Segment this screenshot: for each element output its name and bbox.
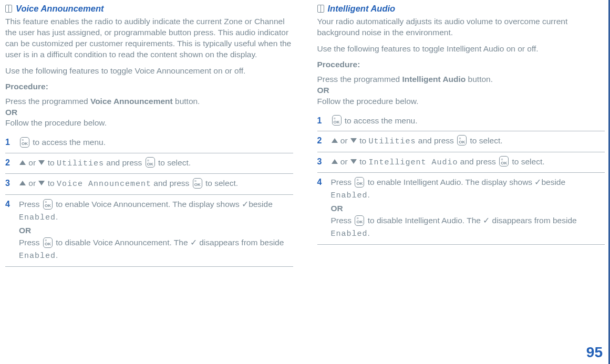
- text: .: [56, 251, 58, 259]
- step-number: 4: [317, 176, 331, 240]
- text: to access the menu.: [30, 138, 106, 147]
- procedure-label: Procedure:: [317, 60, 605, 69]
- text: and press: [151, 179, 192, 188]
- step-number: 1: [317, 115, 331, 127]
- int-audio-desc-1: Your radio automatically adjusts its aud…: [317, 16, 605, 38]
- text: to access the menu.: [343, 116, 418, 125]
- text: and press: [416, 136, 456, 145]
- text: beside: [541, 178, 565, 186]
- ok-button-icon: ≡OK: [332, 115, 342, 126]
- heading-text: Intelligent Audio: [328, 4, 396, 13]
- or-label: OR: [19, 224, 293, 237]
- menu-item: Enabled: [19, 213, 56, 222]
- menu-item: Intelligent Audio: [368, 158, 458, 167]
- text: Follow the procedure below.: [5, 118, 107, 127]
- step-row: 1 ≡OK to access the menu.: [317, 111, 605, 131]
- or-label: OR: [5, 107, 293, 118]
- text: to select.: [156, 158, 191, 167]
- text: to disable Voice Announcement. The: [54, 238, 190, 247]
- step-row: 2 or to Utilities and press ≡OK to selec…: [5, 153, 293, 174]
- text: to enable Voice Announcement. The displa…: [54, 200, 242, 209]
- menu-item: Utilities: [368, 137, 416, 146]
- text: and press: [458, 157, 498, 166]
- text: or: [338, 157, 350, 166]
- page-number: 95: [586, 344, 603, 361]
- step-row: 3 or to Voice Announcement and press ≡OK…: [5, 174, 293, 195]
- book-icon: [5, 5, 12, 13]
- text: and press: [104, 158, 144, 167]
- text: to: [357, 157, 369, 166]
- text: Follow the procedure below.: [317, 97, 419, 106]
- check-icon: ✓: [242, 200, 249, 209]
- step-row: 4 Press ≡OK to enable Voice Announcement…: [5, 195, 293, 266]
- text: to: [357, 136, 369, 145]
- voice-ann-desc-1: This feature enables the radio to audibl…: [5, 16, 293, 60]
- text: button.: [466, 75, 493, 84]
- text: or: [26, 158, 38, 167]
- step-number: 1: [5, 136, 19, 149]
- arrow-up-icon: [19, 160, 26, 165]
- ok-button-icon: ≡OK: [146, 157, 155, 168]
- text: to select.: [468, 136, 502, 145]
- text: to disable Intelligent Audio. The: [365, 216, 483, 225]
- step-number: 3: [317, 155, 331, 169]
- heading-text: Voice Announcement: [16, 4, 104, 13]
- text: Press: [19, 200, 42, 209]
- text: Press the programmed: [5, 97, 90, 106]
- menu-item: Enabled: [331, 230, 368, 238]
- text: disappears from beside: [490, 216, 576, 225]
- text: .: [368, 228, 370, 237]
- arrow-down-icon: [38, 160, 45, 165]
- step-row: 2 or to Utilities and press ≡OK to selec…: [317, 131, 605, 152]
- arrow-up-icon: [332, 138, 338, 143]
- menu-item: Enabled: [19, 252, 56, 261]
- text: disappears from beside: [197, 238, 284, 247]
- button-name: Intelligent Audio: [402, 75, 466, 84]
- ok-button-icon: ≡OK: [20, 137, 29, 148]
- ok-button-icon: ≡OK: [499, 156, 509, 167]
- step-content: or to Utilities and press ≡OK to select.: [331, 134, 605, 148]
- ok-button-icon: ≡OK: [43, 199, 53, 210]
- alt-method: Press the programmed Voice Announcement …: [5, 96, 293, 129]
- step-row: 3 or to Intelligent Audio and press ≡OK …: [317, 152, 605, 173]
- voice-announcement-heading: Voice Announcement: [5, 4, 293, 14]
- text: to: [45, 179, 57, 188]
- text: Press: [19, 238, 42, 247]
- step-number: 2: [5, 157, 19, 170]
- step-content: or to Utilities and press ≡OK to select.: [19, 157, 293, 170]
- step-content: Press ≡OK to enable Voice Announcement. …: [19, 198, 293, 262]
- alt-method: Press the programmed Intelligent Audio b…: [317, 74, 605, 107]
- check-icon: ✓: [190, 238, 197, 247]
- text: Press: [331, 216, 354, 225]
- menu-item: Enabled: [331, 191, 368, 200]
- ok-button-icon: ≡OK: [457, 135, 467, 145]
- menu-item: Utilities: [57, 159, 104, 168]
- text: beside: [249, 200, 273, 209]
- int-audio-desc-2: Use the following features to toggle Int…: [317, 44, 605, 55]
- text: button.: [173, 97, 200, 106]
- text: Press the programmed: [317, 75, 402, 84]
- or-label: OR: [317, 85, 605, 96]
- text: to enable Intelligent Audio. The display…: [365, 178, 534, 186]
- intelligent-audio-heading: Intelligent Audio: [317, 4, 605, 14]
- voice-ann-desc-2: Use the following features to toggle Voi…: [5, 66, 293, 77]
- text: or: [338, 136, 350, 145]
- step-number: 4: [5, 198, 19, 262]
- text: to: [45, 158, 57, 167]
- text: .: [56, 212, 58, 221]
- step-content: or to Voice Announcement and press ≡OK t…: [19, 177, 293, 191]
- step-row: 1 ≡OK to access the menu.: [5, 133, 293, 153]
- button-name: Voice Announcement: [90, 97, 173, 106]
- arrow-up-icon: [19, 181, 26, 185]
- step-row: 4 Press ≡OK to enable Intelligent Audio.…: [317, 173, 605, 244]
- step-content: or to Intelligent Audio and press ≡OK to…: [331, 155, 605, 169]
- step-number: 2: [317, 134, 331, 148]
- book-icon: [317, 5, 324, 13]
- check-icon: ✓: [483, 216, 490, 225]
- text: .: [368, 190, 370, 199]
- ok-button-icon: ≡OK: [355, 177, 364, 188]
- ok-button-icon: ≡OK: [43, 237, 53, 248]
- menu-item: Voice Announcement: [57, 180, 151, 189]
- step-content: Press ≡OK to enable Intelligent Audio. T…: [331, 176, 605, 240]
- text: to select.: [510, 157, 544, 166]
